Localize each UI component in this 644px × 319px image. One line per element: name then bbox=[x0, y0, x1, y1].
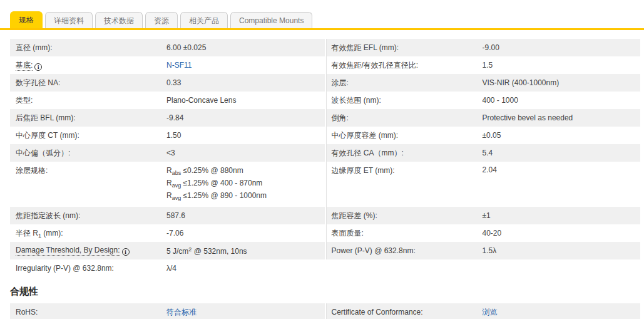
spec-row: Irregularity (P-V) @ 632.8nm: λ/4 bbox=[10, 259, 640, 277]
spec-row: 直径 (mm): 6.00 ±0.025 有效焦距 EFL (mm): -9.0… bbox=[10, 39, 640, 56]
certificate-view-link[interactable]: 浏览 bbox=[483, 308, 498, 316]
spec-label: 有效孔径 CA（mm）: bbox=[326, 148, 483, 159]
spec-value: λ/4 bbox=[166, 264, 325, 273]
spec-value: 587.6 bbox=[166, 211, 325, 220]
spec-label: 类型: bbox=[10, 95, 166, 106]
spec-value: 1.5λ bbox=[483, 246, 641, 255]
spec-label: 焦距指定波长 (nm): bbox=[10, 211, 166, 221]
spec-value: Protective bevel as needed bbox=[483, 113, 641, 122]
tab-bar: 规格 详细资料 技术数据 资源 相关产品 Compatible Mounts bbox=[0, 0, 644, 30]
spec-row: 后焦距 BFL (mm): -9.84 倒角: Protective bevel… bbox=[10, 109, 640, 127]
spec-value: ±0.05 bbox=[483, 131, 641, 140]
spec-label: 倒角: bbox=[326, 113, 483, 123]
compliance-heading: 合规性 bbox=[10, 286, 644, 298]
damage-threshold-tooltip-label[interactable]: Damage Threshold, By Design: bbox=[16, 246, 120, 256]
compliance-table: RoHS: 符合标准 Certificate of Conformance: 浏… bbox=[10, 303, 640, 319]
spec-value: 5 J/cm2 @ 532nm, 10ns bbox=[166, 246, 325, 256]
substrate-tooltip-label[interactable]: 基底: bbox=[16, 61, 33, 71]
spec-label: 后焦距 BFL (mm): bbox=[10, 113, 166, 123]
spec-value: 1.5 bbox=[483, 61, 641, 70]
spec-label: 有效焦距 EFL (mm): bbox=[326, 43, 483, 53]
tab-resources[interactable]: 资源 bbox=[145, 12, 178, 28]
spec-label: 有效焦距/有效孔径直径比: bbox=[326, 60, 483, 71]
substrate-link[interactable]: N-SF11 bbox=[166, 61, 192, 70]
spec-row: 中心厚度 CT (mm): 1.50 中心厚度容差 (mm): ±0.05 bbox=[10, 127, 640, 144]
spec-value: <3 bbox=[166, 149, 325, 157]
spec-row: 涂层规格: Rabs ≤0.25% @ 880nm Ravg ≤1.25% @ … bbox=[10, 162, 640, 207]
tab-technical-data[interactable]: 技术数据 bbox=[95, 12, 143, 28]
spec-value: 2.04 bbox=[483, 165, 641, 174]
spec-row: 中心偏（弧分）: <3 有效孔径 CA（mm）: 5.4 bbox=[10, 144, 640, 162]
spec-value: 0.33 bbox=[166, 78, 325, 87]
tab-compatible-mounts[interactable]: Compatible Mounts bbox=[230, 12, 312, 28]
spec-label: 表面质量: bbox=[326, 228, 483, 239]
spec-label: 半径 R1 (mm): bbox=[10, 228, 166, 239]
spec-value: -9.84 bbox=[166, 113, 325, 122]
spec-label: 涂层: bbox=[326, 78, 483, 88]
spec-row: 焦距指定波长 (nm): 587.6 焦距容差 (%): ±1 bbox=[10, 207, 640, 224]
compliance-row: RoHS: 符合标准 Certificate of Conformance: 浏… bbox=[10, 303, 640, 319]
spec-label: 中心厚度容差 (mm): bbox=[326, 130, 483, 141]
spec-row: 基底:i N-SF11 有效焦距/有效孔径直径比: 1.5 bbox=[10, 56, 640, 74]
spec-value: VIS-NIR (400-1000nm) bbox=[483, 78, 641, 87]
spec-label: 边缘厚度 ET (mm): bbox=[326, 165, 483, 176]
tab-specifications[interactable]: 规格 bbox=[10, 11, 43, 28]
spec-label: 数字孔径 NA: bbox=[10, 78, 166, 88]
spec-value: 5.4 bbox=[483, 149, 641, 157]
spec-row: 半径 R1 (mm): -7.06 表面质量: 40-20 bbox=[10, 224, 640, 242]
spec-row: Damage Threshold, By Design:i 5 J/cm2 @ … bbox=[10, 242, 640, 259]
spec-value: ±1 bbox=[483, 211, 641, 220]
spec-value: 6.00 ±0.025 bbox=[166, 43, 325, 52]
spec-table: 直径 (mm): 6.00 ±0.025 有效焦距 EFL (mm): -9.0… bbox=[10, 39, 640, 277]
spec-label: 中心偏（弧分）: bbox=[10, 148, 166, 159]
info-icon[interactable]: i bbox=[122, 248, 130, 256]
spec-label: 中心厚度 CT (mm): bbox=[10, 130, 166, 141]
tab-active-underline bbox=[0, 28, 644, 30]
spec-label: 波长范围 (nm): bbox=[326, 95, 483, 106]
spec-row: 类型: Plano-Concave Lens 波长范围 (nm): 400 - … bbox=[10, 92, 640, 109]
spec-label: Irregularity (P-V) @ 632.8nm: bbox=[10, 264, 166, 273]
spec-value: 40-20 bbox=[483, 229, 641, 238]
spec-row: 数字孔径 NA: 0.33 涂层: VIS-NIR (400-1000nm) bbox=[10, 74, 640, 92]
spec-value: 1.50 bbox=[166, 131, 325, 140]
coating-spec-value: Rabs ≤0.25% @ 880nm Ravg ≤1.25% @ 400 - … bbox=[166, 165, 325, 203]
spec-value: Plano-Concave Lens bbox=[166, 96, 325, 105]
info-icon[interactable]: i bbox=[34, 63, 42, 71]
spec-label: 焦距容差 (%): bbox=[326, 211, 483, 221]
spec-label: 涂层规格: bbox=[10, 165, 166, 176]
spec-label: 直径 (mm): bbox=[10, 43, 166, 53]
tab-details[interactable]: 详细资料 bbox=[45, 12, 93, 28]
spec-value: 400 - 1000 bbox=[483, 96, 641, 105]
certificate-of-conformance-label: Certificate of Conformance: bbox=[326, 308, 483, 316]
rohs-label: RoHS: bbox=[10, 308, 166, 316]
spec-value: -9.00 bbox=[483, 43, 641, 52]
spec-value: -7.06 bbox=[166, 229, 325, 238]
spec-label: Power (P-V) @ 632.8nm: bbox=[326, 246, 483, 255]
rohs-compliant-link[interactable]: 符合标准 bbox=[166, 308, 197, 316]
tab-related-products[interactable]: 相关产品 bbox=[180, 12, 228, 28]
